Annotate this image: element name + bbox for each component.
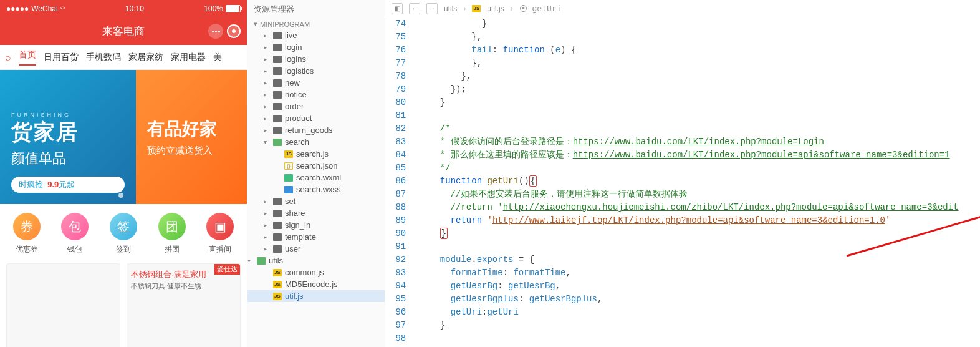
folder-open-icon — [257, 257, 266, 265]
tree-item[interactable]: ▸logins — [247, 53, 385, 65]
breadcrumb: ◧ ← → utils › JS util.js › ⦿ getUri — [385, 0, 980, 17]
product-row: 爱仕达 不锈钢组合·满足家用 不锈钢刀具 健康不生锈 — [0, 263, 247, 347]
tree-item[interactable]: ▸new — [247, 77, 385, 89]
folder-icon — [273, 245, 282, 253]
tree-item[interactable]: ▸sign_in — [247, 219, 385, 231]
group-icon: 团 — [158, 213, 186, 240]
chevron-right-icon: ▸ — [264, 233, 270, 240]
tree-item[interactable]: JScommon.js — [247, 266, 385, 278]
breadcrumb-file[interactable]: util.js — [487, 4, 504, 13]
folder-icon — [273, 127, 282, 134]
chevron-right-icon: ▸ — [264, 103, 270, 110]
tree-item[interactable]: ▾search — [247, 136, 385, 148]
tree-item[interactable]: ▸logistics — [247, 65, 385, 77]
tree-item[interactable]: ▸login — [247, 41, 385, 53]
tab-home-textile[interactable]: 家居家纺 — [128, 52, 163, 63]
breadcrumb-folder[interactable]: utils — [444, 4, 457, 13]
folder-icon — [273, 91, 282, 99]
folder-icon — [273, 198, 282, 205]
wxss-file-icon — [284, 186, 293, 193]
breadcrumb-symbol[interactable]: ⦿ getUri — [519, 4, 562, 13]
chevron-right-icon: ▸ — [264, 127, 270, 134]
chevron-right-icon: ▸ — [264, 56, 270, 62]
chevron-right-icon: ▸ — [264, 44, 270, 51]
code-editor[interactable]: ◧ ← → utils › JS util.js › ⦿ getUri 7475… — [385, 0, 980, 347]
tree-item[interactable]: search.wxss — [247, 183, 385, 195]
code-lines[interactable]: } }, fail: function (e) { }, }, }); } /*… — [415, 17, 958, 347]
quick-wallet[interactable]: 包钱包 — [61, 213, 89, 255]
category-tabs: ⌕ 首页 日用百货 手机数码 家居家纺 家用电器 美 — [0, 45, 247, 70]
banner-title: 货家居 — [11, 118, 125, 147]
tab-more[interactable]: 美 — [213, 52, 222, 63]
app-title: 来客电商 — [102, 24, 145, 39]
nav-fwd-icon[interactable]: → — [426, 3, 438, 14]
checkin-icon: 签 — [110, 213, 137, 240]
nav-back-icon[interactable]: ← — [409, 3, 420, 14]
tab-home[interactable]: 首页 — [19, 49, 36, 66]
tree-item[interactable]: ▸set — [247, 195, 385, 207]
search-icon[interactable]: ⌕ — [5, 52, 11, 63]
folder-icon — [273, 56, 282, 63]
file-explorer[interactable]: 资源管理器 ▾ MINIPROGRAM ▸live▸login▸logins▸l… — [247, 0, 385, 347]
chevron-down-icon: ▾ — [264, 139, 270, 145]
folder-icon — [273, 32, 282, 39]
tree-item[interactable]: search.wxml — [247, 172, 385, 183]
folder-icon — [273, 44, 282, 51]
tree-item[interactable]: ▸notice — [247, 89, 385, 100]
folder-icon — [273, 233, 282, 241]
tree-item[interactable]: JSMD5Encode.js — [247, 278, 385, 290]
quick-entry-row: 券优惠券 包钱包 签签到 团拼团 ▣直播间 — [0, 204, 247, 263]
wallet-icon: 包 — [61, 213, 89, 240]
tree-item[interactable]: JSutil.js — [247, 290, 385, 302]
line-gutter: 7475767778798081828384858687888990919293… — [385, 17, 415, 347]
chevron-right-icon: ▸ — [264, 210, 270, 217]
tree-item[interactable]: ▸live — [247, 29, 385, 41]
tree-item[interactable]: ▸user — [247, 243, 385, 255]
banner-right-title: 有品好家 — [147, 117, 236, 141]
explorer-title: 资源管理器 — [247, 0, 385, 19]
chevron-down-icon: ▾ — [254, 20, 257, 28]
tree-item[interactable]: ▸product — [247, 112, 385, 124]
folder-icon — [273, 210, 282, 217]
chevron-right-icon: › — [511, 4, 513, 13]
tree-item[interactable]: ▾utils — [247, 255, 385, 266]
tree-item[interactable]: ▸return_goods — [247, 124, 385, 136]
battery-icon — [226, 5, 241, 12]
js-file-icon: JS — [472, 5, 481, 12]
chevron-right-icon: ▸ — [264, 222, 270, 228]
explorer-root[interactable]: ▾ MINIPROGRAM — [247, 19, 385, 29]
capsule-menu-icon[interactable] — [208, 24, 223, 39]
quick-live[interactable]: ▣直播间 — [206, 213, 234, 255]
tree-item[interactable]: {}search.json — [247, 160, 385, 172]
tree-item[interactable]: JSsearch.js — [247, 148, 385, 160]
tab-phone[interactable]: 手机数码 — [86, 52, 121, 63]
tab-appliance[interactable]: 家用电器 — [171, 52, 206, 63]
product-card[interactable]: 爱仕达 不锈钢组合·满足家用 不锈钢刀具 健康不生锈 — [127, 263, 241, 347]
tab-daily[interactable]: 日用百货 — [44, 52, 79, 63]
tree-item[interactable]: ▸order — [247, 100, 385, 112]
capsule-close-icon[interactable] — [227, 24, 241, 38]
tree-item[interactable]: ▸template — [247, 231, 385, 243]
folder-icon — [273, 67, 282, 75]
folder-icon — [273, 222, 282, 229]
product-sub: 不锈钢刀具 健康不生锈 — [131, 281, 236, 291]
banner-right-sub: 预约立减送货入 — [147, 145, 236, 157]
split-left-icon[interactable]: ◧ — [392, 3, 403, 14]
chevron-right-icon: ▸ — [264, 115, 270, 122]
banner-tiny: FURNISHING — [11, 112, 125, 118]
coupon-icon: 券 — [13, 213, 41, 240]
tree-item[interactable]: ▸share — [247, 207, 385, 219]
quick-group[interactable]: 团拼团 — [158, 213, 186, 255]
product-card[interactable] — [6, 263, 120, 347]
chevron-right-icon: ▸ — [264, 198, 270, 205]
folder-icon — [273, 103, 282, 110]
quick-checkin[interactable]: 签签到 — [110, 213, 137, 255]
banner-carousel[interactable]: FURNISHING 货家居 颜值单品 时疯抢: 9.9元起 有品好家 预约立减… — [0, 70, 247, 204]
folder-icon — [273, 79, 282, 87]
quick-coupon[interactable]: 券优惠券 — [13, 213, 41, 255]
live-icon: ▣ — [206, 213, 234, 240]
js-file-icon: JS — [284, 150, 293, 158]
chevron-right-icon: ▸ — [264, 67, 270, 74]
wxml-file-icon — [284, 174, 293, 182]
banner-sub: 颜值单品 — [11, 149, 125, 168]
